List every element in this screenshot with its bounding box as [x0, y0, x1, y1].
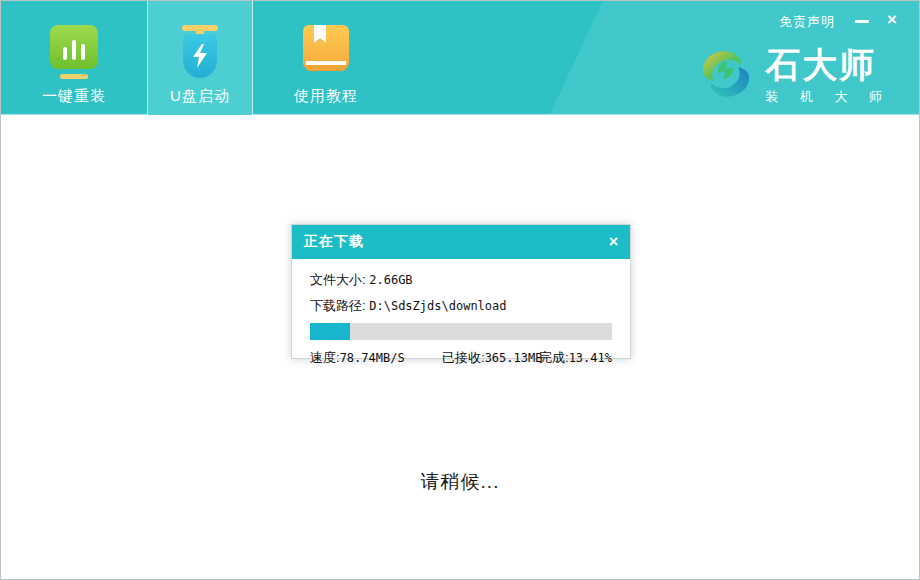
completed-stat: 完成:13.41%: [539, 349, 612, 367]
brand-logo: 石大师 装 机 大 师: [697, 45, 891, 106]
download-dialog: 正在下载 × 文件大小: 2.66GB 下载路径: D:\SdsZjds\dow…: [291, 224, 631, 359]
disclaimer-link[interactable]: 免责声明: [779, 13, 835, 31]
download-path-row: 下载路径: D:\SdsZjds\download: [310, 297, 612, 315]
dialog-close-button[interactable]: ×: [609, 234, 618, 250]
swirl-logo-icon: [697, 45, 755, 103]
download-stats-row: 速度:78.74MB/S 已接收:365.13MB 完成:13.41%: [310, 349, 612, 367]
header: 一键重装 U盘启动: [1, 1, 919, 115]
download-path-label: 下载路径:: [310, 298, 366, 313]
lightning-bolt-icon: [191, 44, 209, 68]
tab-label: U盘启动: [170, 87, 230, 106]
speed-stat: 速度:78.74MB/S: [310, 349, 442, 367]
logo-subtitle: 装 机 大 师: [765, 88, 891, 106]
minimize-icon: [855, 20, 869, 23]
window-close-button[interactable]: ×: [881, 9, 903, 31]
app-window: 一键重装 U盘启动: [0, 0, 920, 580]
tab-label: 使用教程: [294, 87, 358, 106]
progress-bar-track: [310, 323, 612, 340]
tab-label: 一键重装: [42, 87, 106, 106]
received-stat: 已接收:365.13MB: [442, 349, 539, 367]
download-path-value: D:\SdsZjds\download: [369, 299, 506, 313]
tab-bar: 一键重装 U盘启动: [21, 1, 379, 115]
tab-tutorial[interactable]: 使用教程: [273, 1, 379, 115]
file-size-row: 文件大小: 2.66GB: [310, 271, 612, 289]
usb-shield-icon: [174, 25, 226, 83]
chart-monitor-icon: [50, 25, 98, 83]
please-wait-text: 请稍候...: [1, 469, 919, 495]
minimize-button[interactable]: [851, 11, 873, 31]
dialog-title: 正在下载: [304, 233, 364, 251]
file-size-label: 文件大小:: [310, 272, 366, 287]
dialog-body: 文件大小: 2.66GB 下载路径: D:\SdsZjds\download 速…: [292, 259, 630, 367]
progress-bar-fill: [310, 323, 350, 340]
tab-usb-boot[interactable]: U盘启动: [147, 1, 253, 115]
book-icon: [303, 25, 349, 83]
dialog-titlebar: 正在下载 ×: [292, 225, 630, 259]
file-size-value: 2.66GB: [369, 273, 412, 287]
tab-one-click-reinstall[interactable]: 一键重装: [21, 1, 127, 115]
logo-title: 石大师: [765, 45, 891, 85]
